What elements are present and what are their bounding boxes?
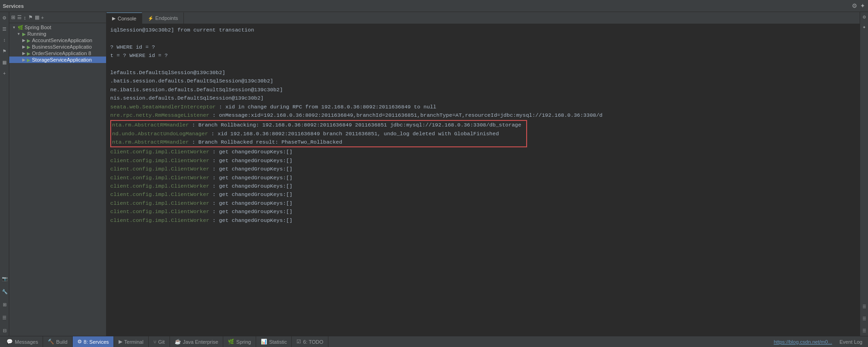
left-icon-3[interactable]: ↕ bbox=[1, 36, 8, 44]
messages-icon: 💬 bbox=[6, 339, 13, 345]
tree-item-business[interactable]: ▶ ▶ BusinessServiceApplicatio bbox=[9, 44, 106, 50]
tree-item-storage[interactable]: ▶ ▶ StorageServiceApplication bbox=[9, 57, 106, 63]
left-icon-2[interactable]: ☰ bbox=[1, 25, 8, 32]
services-panel: ⊞ ☰ ↕ ⚑ ▦ + ▾ 🌿 Spring Boot ▾ bbox=[9, 12, 107, 336]
left-icon-1[interactable]: ⚙ bbox=[1, 14, 8, 21]
left-icon-bottom-2[interactable]: 🔧 bbox=[1, 288, 8, 295]
log-line-1: iqlSession@139c30b2] from current transa… bbox=[110, 26, 856, 34]
bottom-tab-spring[interactable]: 🌿 Spring bbox=[223, 336, 256, 347]
business-label: BusinessServiceApplicatio bbox=[32, 44, 92, 50]
console-tabs: ▶ Console ⚡ Endpoints bbox=[107, 12, 860, 24]
toolbar-btn-4[interactable]: ⚑ bbox=[28, 14, 33, 20]
tab-console[interactable]: ▶ Console bbox=[107, 13, 142, 24]
bottom-tab-git[interactable]: ⑂ Git bbox=[149, 336, 170, 347]
account-label: AccountServiceApplication bbox=[32, 38, 92, 43]
right-icon-strip: ⚙ ✦ ☰ ☰ ☰ bbox=[860, 12, 868, 336]
bottom-tab-java-enterprise[interactable]: ☕ Java Enterprise bbox=[170, 336, 223, 347]
todo-icon: ☑ bbox=[296, 339, 301, 345]
log-line-cw9: client.config.impl.ClientWorker : get ch… bbox=[110, 216, 856, 225]
bottom-tab-build[interactable]: 🔨 Build bbox=[43, 336, 72, 347]
left-icon-6[interactable]: + bbox=[1, 69, 8, 77]
business-arrow: ▶ bbox=[22, 44, 27, 49]
running-label: Running bbox=[27, 31, 46, 37]
tree-item-account[interactable]: ▶ ▶ AccountServiceApplication bbox=[9, 37, 106, 44]
bottom-tab-messages[interactable]: 💬 Messages bbox=[2, 336, 43, 347]
messages-label: Messages bbox=[15, 339, 38, 345]
right-icon-gear[interactable]: ✦ bbox=[861, 24, 868, 31]
bottom-tab-todo[interactable]: ☑ 6: TODO bbox=[292, 336, 328, 347]
toolbar-btn-5[interactable]: ▦ bbox=[35, 14, 39, 20]
log-line-rollbacked: nta.rm.AbstractRMHandler : Branch Rollba… bbox=[111, 138, 526, 146]
right-icon-bottom-1[interactable]: ☰ bbox=[861, 303, 868, 310]
terminal-icon: ▶ bbox=[119, 339, 122, 345]
log-line-cw3: client.config.impl.ClientWorker : get ch… bbox=[110, 165, 856, 173]
console-area: ▶ Console ⚡ Endpoints iqlSession@139c30b… bbox=[107, 12, 860, 336]
console-content[interactable]: iqlSession@139c30b2] from current transa… bbox=[107, 24, 860, 336]
bottom-tab-statistic[interactable]: 📊 Statistic bbox=[256, 336, 292, 347]
bottom-tab-services[interactable]: ⚙ 8: Services bbox=[73, 336, 114, 347]
left-icon-bottom-5[interactable]: ⊟ bbox=[1, 327, 8, 334]
toolbar-btn-1[interactable]: ⊞ bbox=[11, 14, 15, 20]
log-line-sql4: nis.session.defaults.DefaultSqlSession@1… bbox=[110, 94, 856, 102]
toolbar-btn-6[interactable]: + bbox=[41, 15, 44, 20]
log-line-blank1 bbox=[110, 34, 856, 43]
storage-label: StorageServiceApplication bbox=[32, 57, 92, 63]
bottom-tab-terminal[interactable]: ▶ Terminal bbox=[114, 336, 149, 347]
services-tab-label: 8: Services bbox=[84, 339, 109, 345]
statistic-label: Statistic bbox=[269, 339, 287, 345]
log-line-sql3: ne.ibatis.session.defaults.DefaultSqlSes… bbox=[110, 86, 856, 94]
log-line-seata1: seata.web.SeataHandlerInterceptor : xid … bbox=[110, 103, 856, 111]
toolbar-btn-3[interactable]: ↕ bbox=[24, 15, 26, 20]
statistic-icon: 📊 bbox=[261, 339, 267, 345]
java-icon: ☕ bbox=[175, 339, 181, 345]
java-label: Java Enterprise bbox=[183, 339, 218, 345]
services-tree: ▾ 🌿 Spring Boot ▾ ▶ Running ▶ ▶ AccountS… bbox=[9, 23, 106, 336]
left-icon-5[interactable]: ▦ bbox=[1, 58, 8, 66]
left-icon-bottom-3[interactable]: ⊞ bbox=[1, 301, 8, 308]
log-line-sql1: lefaults.DefaultSqlSession@139c30b2] bbox=[110, 69, 856, 77]
toolbar-btn-2[interactable]: ☰ bbox=[17, 14, 22, 20]
gear-icon[interactable]: ✦ bbox=[860, 2, 865, 9]
tree-item-order[interactable]: ▶ ▶ OrderServiceApplication 8 bbox=[9, 50, 106, 57]
services-window-title: Services bbox=[3, 3, 24, 9]
log-line-cw7: client.config.impl.ClientWorker : get ch… bbox=[110, 199, 856, 208]
left-icon-bottom-4[interactable]: ☰ bbox=[1, 314, 8, 321]
right-icon-settings[interactable]: ⚙ bbox=[861, 14, 868, 20]
left-icon-bottom-1[interactable]: 📷 bbox=[1, 275, 8, 282]
log-line-rollbacking: nta.rm.AbstractRMHandler : Branch Rollba… bbox=[111, 121, 526, 129]
bottom-right: https://blog.csdn.net/m0... Event Log bbox=[774, 339, 866, 345]
console-label: Console bbox=[118, 16, 136, 21]
log-line-where2: t = ? WHERE id = ? bbox=[110, 51, 856, 60]
order-arrow: ▶ bbox=[22, 51, 27, 56]
order-label: OrderServiceApplication 8 bbox=[32, 50, 91, 56]
log-line-cw8: client.config.impl.ClientWorker : get ch… bbox=[110, 208, 856, 216]
storage-arrow: ▶ bbox=[22, 57, 27, 62]
bottom-link[interactable]: https://blog.csdn.net/m0... bbox=[774, 339, 832, 345]
account-icon: ▶ bbox=[27, 38, 31, 43]
right-icon-bottom-2[interactable]: ☰ bbox=[861, 315, 868, 322]
spring-tab-label: Spring bbox=[236, 339, 251, 345]
log-line-where1: ? WHERE id = ? bbox=[110, 43, 856, 51]
log-line-sql2: .batis.session.defaults.DefaultSqlSessio… bbox=[110, 77, 856, 85]
main-area: ⚙ ☰ ↕ ⚑ ▦ + 📷 🔧 ⊞ ☰ ⊟ ⊞ ☰ ↕ ⚑ ▦ + bbox=[0, 12, 868, 336]
todo-label: 6: TODO bbox=[303, 339, 323, 345]
log-line-undolog: nd.undo.AbstractUndoLogManager : xid 192… bbox=[111, 130, 526, 138]
right-icon-bottom-3[interactable]: ☰ bbox=[861, 328, 868, 334]
log-line-blank2 bbox=[110, 60, 856, 69]
spring-boot-arrow: ▾ bbox=[13, 25, 18, 30]
business-icon: ▶ bbox=[27, 44, 31, 50]
git-label: Git bbox=[158, 339, 165, 345]
spring-tab-icon: 🌿 bbox=[228, 339, 234, 345]
terminal-label: Terminal bbox=[124, 339, 144, 345]
running-arrow: ▾ bbox=[18, 32, 22, 36]
tree-item-running[interactable]: ▾ ▶ Running bbox=[9, 31, 106, 37]
event-log-button[interactable]: Event Log bbox=[836, 339, 866, 345]
log-line-cw1: client.config.impl.ClientWorker : get ch… bbox=[110, 148, 856, 156]
left-icon-strip: ⚙ ☰ ↕ ⚑ ▦ + 📷 🔧 ⊞ ☰ ⊟ bbox=[0, 12, 9, 336]
console-icon: ▶ bbox=[112, 16, 116, 21]
tab-endpoints[interactable]: ⚡ Endpoints bbox=[142, 13, 184, 24]
settings-icon[interactable]: ⚙ bbox=[852, 2, 857, 9]
ide-container: Services ⚙ ✦ ⚙ ☰ ↕ ⚑ ▦ + 📷 🔧 ⊞ ☰ ⊟ ⊞ bbox=[0, 0, 868, 347]
tree-item-spring-boot[interactable]: ▾ 🌿 Spring Boot bbox=[9, 24, 106, 31]
left-icon-4[interactable]: ⚑ bbox=[1, 47, 8, 55]
